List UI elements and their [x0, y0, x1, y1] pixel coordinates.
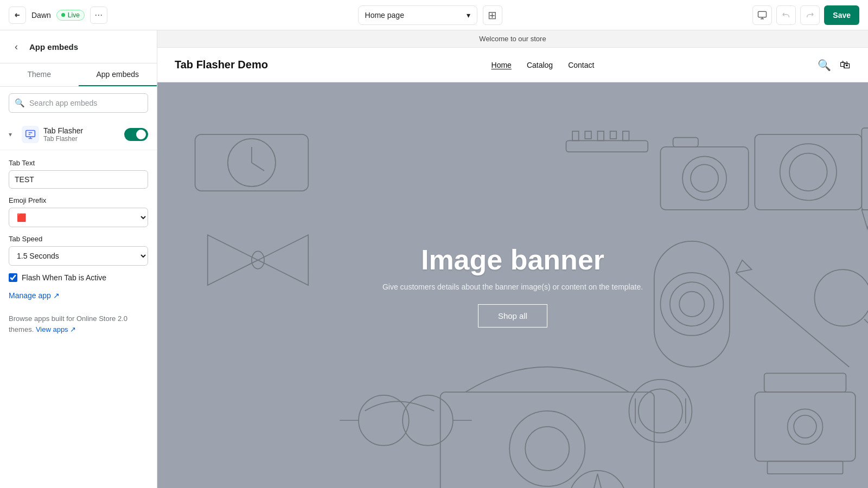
shop-all-button[interactable]: Shop all — [478, 304, 547, 328]
svg-point-13 — [682, 156, 726, 200]
search-icon-store[interactable]: 🔍 — [818, 59, 831, 72]
svg-marker-24 — [861, 210, 868, 229]
sidebar-back-button[interactable]: ‹ — [9, 39, 24, 54]
flash-when-active-row: Flash When Tab is Active — [9, 273, 148, 282]
live-label: Live — [68, 11, 80, 19]
topbar-center: Home page ▾ ⊞ — [114, 5, 746, 25]
undo-button[interactable] — [776, 5, 796, 25]
tab-text-field: Tab Text — [9, 159, 148, 189]
svg-rect-34 — [598, 131, 604, 140]
chevron-down-icon: ▾ — [467, 11, 470, 20]
svg-rect-35 — [610, 131, 617, 139]
grid-icon: ⊞ — [488, 9, 497, 22]
desktop-view-button[interactable] — [752, 5, 772, 25]
embed-name: Tab Flasher — [43, 126, 120, 135]
manage-app-link[interactable]: Manage app ↗ — [9, 291, 60, 300]
chevron-icon[interactable]: ▾ — [9, 131, 17, 138]
nav-link-home[interactable]: Home — [492, 61, 512, 69]
view-apps-link[interactable]: View apps ↗ — [36, 325, 76, 333]
nav-link-catalog[interactable]: Catalog — [527, 61, 553, 69]
emoji-prefix-label: Emoji Prefix — [9, 196, 148, 204]
redo-button[interactable] — [800, 5, 820, 25]
multiselect-button[interactable]: ⊞ — [483, 5, 502, 25]
store-logo: Tab Flasher Demo — [175, 59, 268, 71]
embed-toggle[interactable] — [124, 128, 148, 141]
external-link-icon: ↗ — [53, 291, 60, 300]
live-badge: Live — [56, 10, 85, 21]
embed-app-icon — [22, 126, 39, 143]
svg-rect-42 — [764, 373, 846, 392]
toggle-slider — [124, 128, 148, 141]
svg-point-8 — [509, 411, 585, 486]
emoji-prefix-select[interactable]: 🟥 🟧 🟨 🟩 🟦 — [9, 208, 148, 227]
page-select-value: Home page — [365, 11, 404, 20]
svg-rect-0 — [758, 11, 767, 17]
cart-icon-store[interactable]: 🛍 — [840, 59, 851, 71]
search-wrap: 🔍 — [0, 87, 157, 119]
svg-point-44 — [794, 415, 816, 438]
topbar: Dawn Live ··· Home page ▾ ⊞ Save — [0, 0, 868, 30]
embed-sub: Tab Flasher — [43, 135, 120, 143]
sidebar-header: ‹ App embeds — [0, 30, 157, 63]
banner-title: Image banner — [382, 243, 643, 276]
store-name: Dawn — [31, 11, 51, 20]
svg-rect-1 — [26, 131, 35, 137]
svg-rect-7 — [441, 392, 654, 488]
tab-theme[interactable]: Theme — [0, 63, 79, 86]
main: ‹ App embeds Theme App embeds 🔍 ▾ — [0, 30, 868, 488]
sidebar: ‹ App embeds Theme App embeds 🔍 ▾ — [0, 30, 157, 488]
svg-rect-16 — [654, 241, 730, 367]
svg-point-28 — [403, 395, 453, 446]
back-button[interactable] — [9, 7, 26, 24]
more-button[interactable]: ··· — [90, 7, 107, 24]
external-link-icon-2: ↗ — [70, 325, 76, 333]
tab-app-embeds[interactable]: App embeds — [79, 63, 157, 86]
banner-content: Image banner Give customers details abou… — [382, 243, 643, 328]
tab-text-input[interactable] — [9, 170, 148, 189]
banner-subtitle: Give customers details about the banner … — [382, 282, 643, 291]
store-nav: Tab Flasher Demo Home Catalog Contact 🔍 … — [157, 48, 868, 82]
svg-point-22 — [789, 153, 827, 191]
svg-point-18 — [670, 282, 714, 326]
page-select[interactable]: Home page ▾ — [358, 5, 477, 25]
store-nav-icons: 🔍 🛍 — [818, 59, 851, 72]
sidebar-title: App embeds — [29, 42, 78, 52]
svg-point-19 — [679, 292, 704, 317]
browse-text: Browse apps built for Online Store 2.0 t… — [0, 307, 157, 341]
save-button[interactable]: Save — [824, 5, 859, 25]
sidebar-tabs: Theme App embeds — [0, 63, 157, 87]
embed-item-tab-flasher: ▾ Tab Flasher Tab Flasher — [0, 119, 157, 150]
embed-item-header: ▾ Tab Flasher Tab Flasher — [9, 126, 148, 143]
manage-link-section: Manage app ↗ — [0, 291, 157, 307]
topbar-right: Save — [752, 5, 859, 25]
flash-when-active-checkbox[interactable] — [9, 273, 17, 282]
svg-rect-31 — [566, 140, 648, 152]
tab-text-label: Tab Text — [9, 159, 148, 167]
search-icon: 🔍 — [15, 98, 25, 108]
tab-speed-field: Tab Speed 0.5 Seconds 1.0 Seconds 1.5 Se… — [9, 235, 148, 266]
search-input[interactable] — [29, 99, 142, 107]
svg-rect-15 — [673, 138, 698, 147]
topbar-left: Dawn Live ··· — [9, 7, 107, 24]
svg-rect-45 — [768, 461, 843, 474]
svg-rect-36 — [623, 131, 629, 140]
search-box: 🔍 — [9, 93, 148, 113]
svg-rect-41 — [755, 392, 855, 461]
form-section: Tab Text Emoji Prefix 🟥 🟧 🟨 🟩 🟦 Tab Spee… — [0, 150, 157, 291]
svg-point-38 — [639, 389, 682, 433]
tab-speed-label: Tab Speed — [9, 235, 148, 243]
live-dot — [61, 13, 65, 17]
svg-point-9 — [525, 427, 569, 471]
svg-point-25 — [814, 269, 868, 326]
flash-when-active-label: Flash When Tab is Active — [22, 273, 106, 282]
svg-point-10 — [569, 471, 626, 488]
preview-area: Welcome to our store Tab Flasher Demo Ho… — [157, 30, 868, 488]
nav-link-contact[interactable]: Contact — [568, 61, 594, 69]
embed-labels: Tab Flasher Tab Flasher — [43, 126, 120, 143]
svg-rect-32 — [572, 131, 579, 140]
tab-speed-select[interactable]: 0.5 Seconds 1.0 Seconds 1.5 Seconds 2.0 … — [9, 246, 148, 266]
store-header-bar: Welcome to our store — [157, 30, 868, 48]
store-nav-links: Home Catalog Contact — [492, 61, 595, 69]
preview-inner: Welcome to our store Tab Flasher Demo Ho… — [157, 30, 868, 488]
svg-point-21 — [780, 144, 837, 200]
